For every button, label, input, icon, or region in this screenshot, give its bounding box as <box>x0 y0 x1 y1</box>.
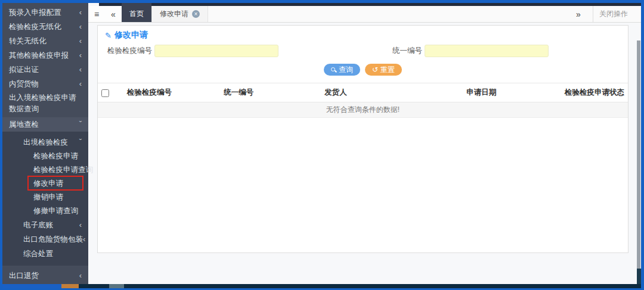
sidebar-item-modify-apply[interactable]: 修改申请 <box>2 177 88 191</box>
chevron-left-icon: ‹ <box>79 34 82 48</box>
expand-tabs-icon[interactable]: » <box>570 10 587 19</box>
close-tab-icon[interactable]: × <box>192 10 200 18</box>
hstrip-segment <box>109 284 124 288</box>
unified-number-field-group: 统一编号 <box>392 45 549 57</box>
sidebar-item-label: 检验检疫申请查询 <box>33 163 93 177</box>
select-all-checkbox[interactable] <box>101 89 109 97</box>
sidebar-nav: 预录入申报配置 ‹ 检验检疫无纸化 ‹ 转关无纸化 ‹ 其他检验检疫申报 ‹ 拟… <box>2 3 88 288</box>
sidebar-item-modify-cancel-query[interactable]: 修撤申请查询 <box>2 204 88 218</box>
vertical-scrollbar[interactable] <box>637 40 640 282</box>
sidebar-item-label: 属地查检 <box>9 117 39 132</box>
results-table: 检验检疫编号 统一编号 发货人 申请日期 检验检疫申请状态 无符合查询条件的数据… <box>98 83 628 118</box>
tab-home[interactable]: 首页 <box>122 3 151 22</box>
menu-icon[interactable]: ≡ <box>88 6 105 22</box>
sidebar-item-cert-issue[interactable]: 拟证出证 ‹ <box>2 63 88 77</box>
col-apply-status: 检验检疫申请状态 <box>561 83 628 102</box>
sidebar-item-label: 内贸货物 <box>9 77 39 91</box>
sidebar-item-label: 修改申请 <box>33 177 63 191</box>
divider <box>593 6 593 22</box>
empty-row: 无符合查询条件的数据! <box>98 102 628 118</box>
form-buttons: 查询 ↺ 重置 <box>98 64 628 76</box>
sidebar-item-label: 检验检疫无纸化 <box>9 20 61 34</box>
chevron-left-icon: ‹ <box>83 232 85 247</box>
col-apply-date: 申请日期 <box>463 83 561 102</box>
chevron-left-icon: ‹ <box>79 77 82 91</box>
sidebar-item-label: 出入境检验检疫申请数据查询 <box>9 92 82 115</box>
sidebar-item-label: 修撤申请查询 <box>33 204 78 218</box>
col-ciq-number: 检验检疫编号 <box>123 83 220 102</box>
search-button-label: 查询 <box>339 65 353 75</box>
search-form: 检验检疫编号 统一编号 <box>98 45 628 60</box>
sidebar-item-other-ciq-declare[interactable]: 其他检验检疫申报 ‹ <box>2 48 88 63</box>
close-operations-button[interactable]: 关闭操作 <box>599 9 641 19</box>
sidebar-item-comprehensive-disposal[interactable]: 综合处置 <box>2 247 88 261</box>
chevron-left-icon: ‹ <box>79 269 82 283</box>
sidebar-item-label: 拟证出证 <box>9 63 39 77</box>
sidebar-item-prerecord-config[interactable]: 预录入申报配置 ‹ <box>2 5 88 20</box>
collapse-tabs-icon[interactable]: « <box>105 6 122 22</box>
edit-icon: ✎ <box>105 31 112 40</box>
reset-icon: ↺ <box>372 66 378 74</box>
sidebar-item-label: 出境检验检疫 <box>23 135 68 149</box>
modify-apply-panel: ✎ 修改申请 检验检疫编号 统一编号 查询 <box>97 25 628 253</box>
ciq-number-field-group: 检验检疫编号 <box>107 45 278 57</box>
sidebar-item-transit-paperless[interactable]: 转关无纸化 ‹ <box>2 34 88 48</box>
tab-modify-apply[interactable]: 修改申请 × <box>151 6 208 22</box>
tabbar-right: » 关闭操作 <box>570 6 641 22</box>
unified-number-input[interactable] <box>425 45 549 57</box>
chevron-left-icon: ‹ <box>79 20 82 34</box>
col-consignor: 发货人 <box>321 83 463 102</box>
sidebar-item-label: 出口退货 <box>9 269 39 283</box>
sidebar-item-ciq-apply[interactable]: 检验检疫申请 <box>2 149 88 163</box>
sidebar-item-label: 综合处置 <box>23 247 53 261</box>
reset-button[interactable]: ↺ 重置 <box>365 64 402 76</box>
scrollbar-corner <box>637 269 641 284</box>
search-button[interactable]: 查询 <box>324 64 360 76</box>
ciq-number-input[interactable] <box>154 45 278 57</box>
hstrip-segment <box>61 284 79 288</box>
col-unified-number: 统一编号 <box>220 83 321 102</box>
table-header-row: 检验检疫编号 统一编号 发货人 申请日期 检验检疫申请状态 <box>98 83 628 102</box>
content-area: ✎ 修改申请 检验检疫编号 统一编号 查询 <box>88 23 641 288</box>
sidebar-item-ciq-data-query[interactable]: 出入境检验检疫申请数据查询 <box>2 91 88 117</box>
tab-bar: ≡ « 首页 修改申请 × » 关闭操作 <box>88 6 641 23</box>
sidebar-item-ciq-apply-query[interactable]: 检验检疫申请查询 <box>2 163 88 177</box>
chevron-left-icon: ‹ <box>79 63 82 77</box>
sidebar-item-exit-ciq[interactable]: 出境检验检疫 ˇ <box>2 135 88 149</box>
hstrip-segment <box>2 284 61 288</box>
chevron-left-icon: ‹ <box>79 48 82 63</box>
unified-number-label: 统一编号 <box>392 46 422 56</box>
sidebar-item-export-return[interactable]: 出口退货 ‹ <box>2 269 88 283</box>
page-title: 修改申请 <box>114 30 148 40</box>
sidebar-item-label: 出口危险货物包装 <box>23 232 83 247</box>
sidebar-item-label: 检验检疫申请 <box>33 149 78 163</box>
ciq-number-label: 检验检疫编号 <box>107 46 152 56</box>
horizontal-scrollbar[interactable] <box>2 284 641 288</box>
app-window: 预录入申报配置 ‹ 检验检疫无纸化 ‹ 转关无纸化 ‹ 其他检验检疫申报 ‹ 拟… <box>2 3 641 288</box>
sidebar-item-label: 撤销申请 <box>33 191 63 204</box>
sidebar-item-label: 其他检验检疫申报 <box>9 48 69 63</box>
sidebar-item-local-inspection[interactable]: 属地查检 ˇ <box>2 117 88 132</box>
sidebar-item-domestic-goods[interactable]: 内贸货物 ‹ <box>2 77 88 91</box>
tab-label: 首页 <box>129 9 144 19</box>
chevron-left-icon: ‹ <box>79 218 82 232</box>
reset-button-label: 重置 <box>380 65 395 75</box>
sidebar-item-label: 预录入申报配置 <box>9 5 61 20</box>
panel-title: ✎ 修改申请 <box>98 26 628 42</box>
sidebar-item-ciq-paperless[interactable]: 检验检疫无纸化 ‹ <box>2 20 88 34</box>
sidebar-item-label: 转关无纸化 <box>9 34 47 48</box>
tab-label: 修改申请 <box>160 9 188 19</box>
tabbar-spacer <box>208 6 570 22</box>
chevron-down-icon: ˇ <box>79 135 82 149</box>
sidebar-item-label: 电子底账 <box>23 218 53 232</box>
main-area: ≡ « 首页 修改申请 × » 关闭操作 ✎ 修改申请 <box>88 3 641 288</box>
sidebar-submenu-local-inspection: 出境检验检疫 ˇ 检验检疫申请 检验检疫申请查询 修改申请 撤销申请 修撤申请查… <box>2 132 88 266</box>
chevron-left-icon: ‹ <box>79 5 82 20</box>
empty-message: 无符合查询条件的数据! <box>98 102 628 118</box>
chevron-down-icon: ˇ <box>79 117 82 132</box>
sidebar-item-eledger[interactable]: 电子底账 ‹ <box>2 218 88 232</box>
sidebar-item-cancel-apply[interactable]: 撤销申请 <box>2 191 88 204</box>
sidebar-item-dangerous-goods-packing[interactable]: 出口危险货物包装 ‹ <box>2 232 88 247</box>
search-icon <box>331 67 336 73</box>
